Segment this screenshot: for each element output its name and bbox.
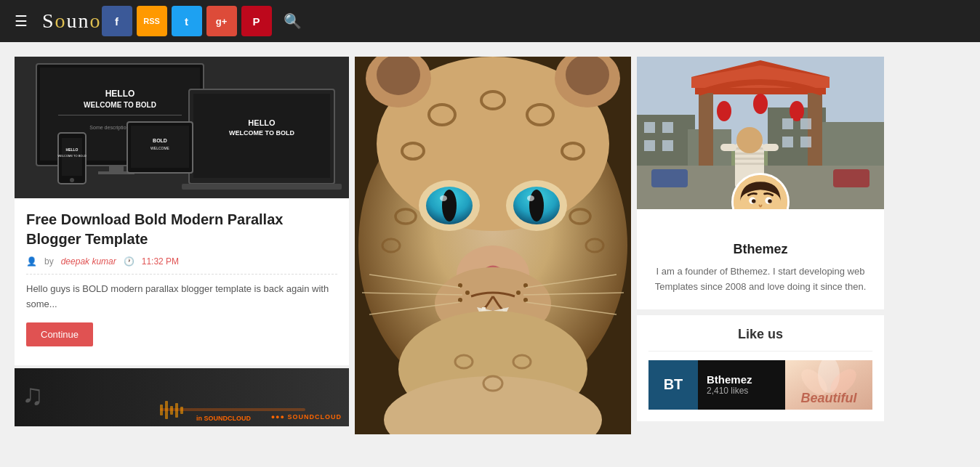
post-card-content: Free Download Bold Modern Parallax Blogg… bbox=[15, 198, 349, 365]
author-name[interactable]: deepak kumar bbox=[61, 256, 116, 267]
main-container: HELLO WELCOME TO BOLD Some description t… bbox=[0, 42, 980, 434]
svg-rect-27 bbox=[160, 405, 163, 415]
mockup-image: HELLO WELCOME TO BOLD Some description t… bbox=[15, 57, 349, 198]
like-us-logo: BT bbox=[648, 360, 698, 410]
svg-point-91 bbox=[790, 101, 804, 121]
rss-link[interactable]: RSS bbox=[137, 6, 167, 36]
svg-rect-85 bbox=[699, 93, 713, 166]
site-logo[interactable]: Souno bbox=[42, 9, 102, 33]
continue-button[interactable]: Continue bbox=[26, 322, 93, 346]
svg-text:♫: ♫ bbox=[22, 378, 44, 410]
svg-rect-19 bbox=[182, 184, 342, 190]
like-us-preview[interactable]: BT Bthemez 2,410 likes bbox=[648, 360, 872, 410]
svg-point-48 bbox=[527, 195, 534, 201]
svg-rect-103 bbox=[651, 169, 688, 187]
svg-rect-109 bbox=[782, 118, 793, 129]
like-us-logo-text: BT bbox=[664, 376, 683, 393]
author-bio-text: I am a founder of Bthemez. I start devel… bbox=[651, 264, 869, 295]
soundcloud-badge: ●●● SOUNDCLOUD bbox=[271, 413, 342, 421]
right-column: Bthemez I am a founder of Bthemez. I sta… bbox=[637, 57, 884, 434]
svg-point-47 bbox=[440, 195, 447, 201]
author-icon: 👤 bbox=[26, 256, 37, 267]
svg-point-113 bbox=[734, 175, 787, 209]
soundcloud-logo: ●●● SOUNDCLOUD bbox=[271, 413, 342, 421]
svg-rect-101 bbox=[720, 144, 736, 151]
svg-rect-110 bbox=[800, 118, 811, 129]
author-by: by bbox=[44, 256, 54, 267]
svg-rect-28 bbox=[165, 401, 168, 419]
svg-rect-106 bbox=[662, 122, 673, 133]
like-us-card: Like us BT Bthemez 2,410 likes bbox=[637, 315, 884, 421]
pinterest-link[interactable]: P bbox=[241, 6, 272, 36]
menu-icon[interactable]: ☰ bbox=[15, 12, 28, 30]
svg-point-57 bbox=[523, 298, 528, 302]
svg-rect-96 bbox=[735, 158, 764, 160]
svg-text:WELCOME TO BOLD: WELCOME TO BOLD bbox=[229, 129, 294, 137]
clock-icon: 🕐 bbox=[124, 256, 134, 267]
svg-text:BOLD: BOLD bbox=[153, 138, 167, 143]
search-icon[interactable]: 🔍 bbox=[284, 12, 302, 30]
post-meta: 👤 by deepak kumar 🕐 11:32 PM bbox=[26, 256, 337, 275]
like-us-title: Like us bbox=[648, 327, 872, 352]
social-links: f RSS t g+ P 🔍 bbox=[102, 6, 302, 36]
svg-rect-102 bbox=[763, 144, 779, 151]
twitter-link[interactable]: t bbox=[172, 6, 202, 36]
leopard-image bbox=[355, 57, 631, 434]
svg-rect-112 bbox=[800, 137, 811, 147]
post-excerpt: Hello guys is BOLD modern parallax blogg… bbox=[26, 282, 337, 312]
svg-text:WELCOME TO BOLD: WELCOME TO BOLD bbox=[84, 101, 156, 109]
svg-point-89 bbox=[717, 101, 731, 121]
svg-point-117 bbox=[768, 199, 772, 203]
svg-rect-111 bbox=[782, 137, 793, 147]
svg-rect-29 bbox=[170, 406, 173, 415]
svg-rect-108 bbox=[662, 140, 673, 151]
left-column: HELLO WELCOME TO BOLD Some description t… bbox=[15, 57, 349, 434]
svg-text:HELLO: HELLO bbox=[66, 147, 79, 152]
svg-rect-6 bbox=[58, 115, 182, 115]
svg-text:in SOUNDCLOUD: in SOUNDCLOUD bbox=[196, 415, 251, 422]
svg-rect-104 bbox=[833, 169, 869, 187]
like-us-image-preview: Beautiful bbox=[785, 360, 872, 410]
post-card-image: HELLO WELCOME TO BOLD Some description t… bbox=[15, 57, 349, 198]
site-header: ☰ Souno f RSS t g+ P 🔍 bbox=[0, 0, 980, 42]
svg-point-90 bbox=[753, 94, 768, 114]
svg-rect-105 bbox=[644, 122, 655, 133]
post-card-2-preview: ●●● SOUNDCLOUD ♫ bbox=[15, 368, 349, 426]
svg-point-54 bbox=[458, 298, 462, 302]
author-info: Bthemez I am a founder of Bthemez. I sta… bbox=[637, 209, 884, 309]
svg-text:HELLO: HELLO bbox=[248, 118, 276, 127]
post-card-1: HELLO WELCOME TO BOLD Some description t… bbox=[15, 57, 349, 365]
svg-point-14 bbox=[70, 178, 74, 182]
svg-point-53 bbox=[465, 291, 470, 295]
svg-point-56 bbox=[516, 291, 521, 295]
svg-point-45 bbox=[442, 190, 457, 222]
author-background-image bbox=[637, 57, 884, 209]
author-card: Bthemez I am a founder of Bthemez. I sta… bbox=[637, 57, 884, 309]
googleplus-link[interactable]: g+ bbox=[206, 6, 237, 36]
svg-text:Beautiful: Beautiful bbox=[800, 391, 857, 405]
svg-rect-31 bbox=[180, 407, 183, 414]
svg-point-46 bbox=[529, 190, 544, 222]
facebook-link[interactable]: f bbox=[102, 6, 132, 36]
middle-column bbox=[355, 57, 631, 434]
svg-rect-107 bbox=[644, 140, 655, 151]
svg-rect-97 bbox=[735, 163, 764, 165]
svg-rect-30 bbox=[175, 403, 178, 418]
post-title[interactable]: Free Download Bold Modern Parallax Blogg… bbox=[26, 210, 337, 249]
author-name-label: Bthemez bbox=[651, 242, 869, 257]
svg-point-116 bbox=[752, 199, 756, 203]
post-time: 11:32 PM bbox=[142, 256, 179, 267]
svg-text:HELLO: HELLO bbox=[105, 89, 135, 99]
svg-text:WELCOME TO BOLD: WELCOME TO BOLD bbox=[57, 154, 86, 158]
svg-point-98 bbox=[736, 127, 763, 153]
svg-text:WELCOME: WELCOME bbox=[150, 146, 170, 150]
